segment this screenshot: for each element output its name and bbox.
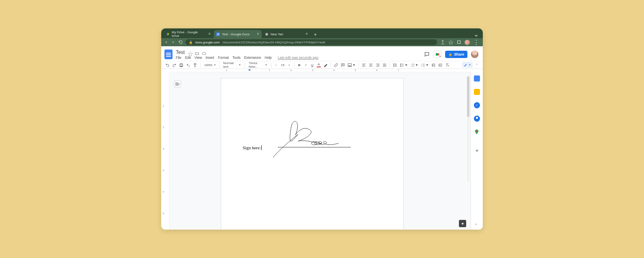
align-center-button[interactable]	[368, 62, 374, 68]
increase-font-button[interactable]: +	[286, 62, 292, 68]
horizontal-ruler[interactable]: 1 1 2 3 4 5 6 7	[169, 69, 471, 72]
font-selector[interactable]: Times New...▼	[247, 62, 269, 68]
menu-extensions[interactable]: Extensions	[244, 56, 261, 60]
add-comment-button[interactable]	[340, 62, 346, 68]
kebab-menu-icon[interactable]: ⋮	[473, 39, 480, 46]
cloud-status-icon[interactable]	[202, 50, 207, 54]
paint-format-button[interactable]	[192, 62, 198, 68]
avatar[interactable]	[465, 40, 470, 45]
menu-format[interactable]: Format	[218, 56, 229, 60]
redo-button[interactable]	[171, 62, 177, 68]
docs-logo-icon[interactable]	[164, 49, 173, 59]
svg-point-12	[476, 131, 478, 132]
insert-link-button[interactable]	[333, 62, 339, 68]
calendar-icon[interactable]	[474, 75, 480, 82]
docs-titlebar: Test ☆ File Edit View Insert Format Tool…	[161, 46, 483, 61]
menu-help[interactable]: Help	[264, 56, 271, 60]
tasks-icon[interactable]	[474, 102, 480, 108]
insert-image-button[interactable]: ▼	[347, 62, 356, 68]
tabs-overflow-icon[interactable]: ⌄	[473, 30, 479, 38]
account-avatar[interactable]	[471, 50, 479, 58]
install-icon[interactable]	[456, 40, 461, 45]
signature-drawing[interactable]	[270, 119, 355, 159]
collapse-toolbar-button[interactable]: ⌃	[474, 62, 480, 68]
url-bar: 🔒 docs.google.com/document/d/1fCDNo8zm3Q…	[161, 38, 483, 46]
svg-point-5	[266, 34, 267, 35]
toolbar: 100%▼ Normal text▼ Times New...▼ − 15 + …	[161, 61, 483, 69]
text-color-button[interactable]: A	[316, 62, 322, 68]
keep-icon[interactable]	[474, 89, 480, 95]
increase-indent-button[interactable]	[437, 62, 444, 68]
move-icon[interactable]	[195, 50, 199, 54]
numbered-list-button[interactable]: 12▼	[420, 62, 430, 68]
outline-toggle-button[interactable]	[174, 80, 181, 88]
reload-button[interactable]	[178, 40, 183, 45]
bulleted-list-button[interactable]: ▼	[409, 62, 419, 68]
menu-edit[interactable]: Edit	[185, 56, 191, 60]
explore-button[interactable]: ✦	[459, 220, 466, 227]
font-size-field[interactable]: 15	[280, 63, 286, 67]
menu-view[interactable]: View	[194, 56, 202, 60]
menu-tools[interactable]: Tools	[232, 56, 241, 60]
svg-text:1: 1	[421, 63, 422, 65]
document-title[interactable]: Test	[176, 49, 185, 55]
close-icon[interactable]: ×	[257, 32, 259, 36]
clear-formatting-button[interactable]	[444, 62, 450, 68]
browser-tab-newtab[interactable]: New Tab ×	[262, 30, 310, 38]
checklist-button[interactable]: ▼	[399, 62, 409, 68]
align-justify-button[interactable]	[382, 62, 388, 68]
spellcheck-button[interactable]	[185, 62, 191, 68]
menu-file[interactable]: File	[176, 56, 181, 60]
svg-text:2: 2	[421, 65, 422, 67]
back-button[interactable]	[164, 40, 168, 45]
underline-button[interactable]: U	[309, 62, 315, 68]
zoom-selector[interactable]: 100%▼	[203, 62, 217, 68]
last-edit-link[interactable]: Last edit was seconds ago	[278, 56, 318, 60]
share-button[interactable]: 🔒 Share	[445, 51, 467, 58]
share-icon[interactable]	[440, 40, 445, 45]
side-panel: +	[471, 72, 483, 230]
indent-marker-icon[interactable]	[248, 69, 251, 71]
new-tab-button[interactable]: ＋	[313, 31, 318, 38]
align-right-button[interactable]	[375, 62, 381, 68]
italic-button[interactable]: I	[303, 62, 309, 68]
decrease-indent-button[interactable]	[431, 62, 437, 68]
close-icon[interactable]: ×	[208, 32, 211, 36]
meet-button[interactable]	[433, 51, 442, 58]
lock-icon: 🔒	[189, 41, 193, 44]
bold-button[interactable]: B	[296, 62, 302, 68]
document-canvas[interactable]: Sign here: ✦ ›	[169, 72, 471, 230]
sign-here-text[interactable]: Sign here:	[243, 145, 262, 150]
contacts-icon[interactable]	[474, 116, 480, 122]
forward-button[interactable]	[171, 40, 176, 45]
tab-title: My Drive - Google Drive	[172, 30, 206, 38]
page[interactable]: Sign here:	[221, 78, 404, 230]
address-field[interactable]: 🔒 docs.google.com/document/d/1fCDNo8zm3Q…	[186, 39, 437, 45]
paragraph-style-selector[interactable]: Normal text▼	[222, 62, 243, 68]
menu-insert[interactable]: Insert	[206, 56, 214, 60]
svg-point-8	[411, 64, 411, 64]
decrease-font-button[interactable]: −	[273, 62, 279, 68]
favicon-docs	[216, 32, 220, 36]
star-icon[interactable]: ☆	[188, 50, 192, 54]
add-addon-button[interactable]: +	[475, 147, 478, 154]
browser-window: My Drive - Google Drive × Test - Google …	[161, 28, 483, 230]
browser-tab-docs[interactable]: Test - Google Docs ×	[214, 30, 262, 38]
bookmark-icon[interactable]: ☆	[448, 40, 453, 45]
editing-mode-selector[interactable]: ▼	[462, 62, 473, 68]
maps-icon[interactable]	[474, 129, 480, 135]
align-left-button[interactable]	[361, 62, 367, 68]
vertical-scrollbar[interactable]	[467, 76, 469, 182]
highlight-button[interactable]	[322, 62, 328, 68]
undo-button[interactable]	[164, 62, 171, 68]
comment-history-icon[interactable]	[424, 52, 430, 57]
sidepanel-collapse-icon[interactable]: ›	[476, 222, 477, 226]
close-icon[interactable]: ×	[305, 32, 308, 36]
svg-rect-2	[217, 34, 219, 34]
line-spacing-button[interactable]	[392, 62, 398, 68]
print-button[interactable]	[178, 62, 184, 68]
browser-tab-drive[interactable]: My Drive - Google Drive ×	[164, 30, 213, 38]
vertical-ruler[interactable]: 1 2 3 4 5 6	[161, 72, 169, 230]
favicon-drive	[166, 32, 170, 36]
url-path: /document/d/1fCDNo8zm3Q63svrDt-H8QXq5mop…	[222, 41, 325, 44]
